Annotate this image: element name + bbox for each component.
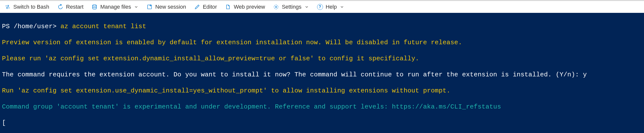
terminal-line: Command group 'account tenant' is experi…: [2, 103, 642, 111]
editor-button[interactable]: Editor: [194, 4, 217, 10]
web-preview-icon: [225, 4, 231, 10]
settings-button[interactable]: Settings: [273, 4, 309, 10]
new-session-button[interactable]: New session: [146, 4, 186, 10]
new-session-label: New session: [155, 4, 186, 10]
command-text: az account tenant list: [60, 23, 146, 30]
settings-label: Settings: [282, 4, 302, 10]
switch-icon: [4, 4, 11, 10]
web-preview-label: Web preview: [234, 4, 265, 10]
restart-label: Restart: [66, 4, 84, 10]
terminal-line: Preview version of extension is enabled …: [2, 39, 642, 47]
cloud-shell-toolbar: Switch to Bash Restart Manage files New …: [0, 0, 644, 13]
powershell-terminal[interactable]: PS /home/user> az account tenant list Pr…: [0, 13, 644, 133]
restart-icon: [57, 4, 64, 10]
editor-label: Editor: [203, 4, 217, 10]
manage-files-button[interactable]: Manage files: [91, 4, 138, 10]
chevron-down-icon: [304, 5, 309, 9]
help-label: Help: [326, 4, 337, 10]
switch-to-bash-button[interactable]: Switch to Bash: [4, 4, 49, 10]
terminal-line: Run 'az config set extension.use_dynamic…: [2, 87, 642, 95]
chevron-down-icon: [340, 5, 344, 9]
terminal-line: The command requires the extension accou…: [2, 71, 642, 79]
new-session-icon: [146, 4, 153, 10]
web-preview-button[interactable]: Web preview: [225, 4, 265, 10]
help-button[interactable]: ? Help: [317, 4, 344, 10]
terminal-line: Please run 'az config set extension.dyna…: [2, 55, 642, 63]
switch-to-bash-label: Switch to Bash: [13, 4, 49, 10]
editor-icon: [194, 4, 200, 10]
terminal-line: PS /home/user> az account tenant list: [2, 23, 642, 31]
manage-files-label: Manage files: [100, 4, 131, 10]
help-icon: ?: [317, 4, 323, 10]
chevron-down-icon: [134, 5, 138, 9]
settings-icon: [273, 4, 279, 10]
svg-point-1: [275, 6, 277, 8]
manage-files-icon: [91, 4, 98, 10]
prompt-text: PS /home/user>: [2, 23, 60, 30]
terminal-line: [: [2, 119, 642, 127]
restart-button[interactable]: Restart: [57, 4, 84, 10]
